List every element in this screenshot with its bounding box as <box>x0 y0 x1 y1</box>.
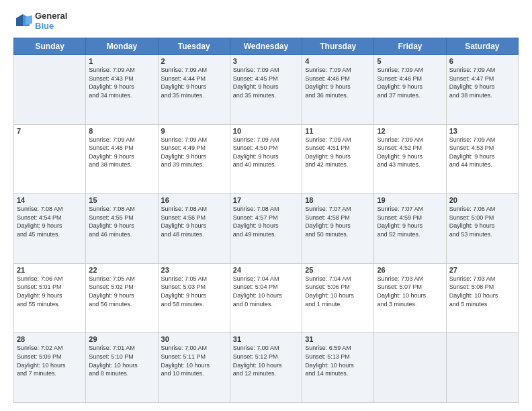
day-number: 13 <box>449 127 515 135</box>
day-info: Sunrise: 7:03 AM Sunset: 5:08 PM Dayligh… <box>449 275 515 308</box>
day-info: Sunrise: 7:08 AM Sunset: 4:57 PM Dayligh… <box>233 205 299 238</box>
weekday-header-sunday: Sunday <box>14 38 86 55</box>
day-number: 30 <box>161 335 227 343</box>
calendar-cell: 18Sunrise: 7:07 AM Sunset: 4:58 PM Dayli… <box>302 194 374 264</box>
day-info: Sunrise: 7:04 AM Sunset: 5:06 PM Dayligh… <box>305 275 371 308</box>
calendar-cell: 28Sunrise: 7:02 AM Sunset: 5:09 PM Dayli… <box>14 333 86 403</box>
day-info: Sunrise: 7:05 AM Sunset: 5:03 PM Dayligh… <box>161 275 227 308</box>
calendar-cell: 19Sunrise: 7:07 AM Sunset: 4:59 PM Dayli… <box>374 194 446 264</box>
calendar-cell <box>446 333 518 403</box>
day-info: Sunrise: 7:09 AM Sunset: 4:49 PM Dayligh… <box>161 136 227 169</box>
calendar-week-row: 1Sunrise: 7:09 AM Sunset: 4:43 PM Daylig… <box>14 55 519 125</box>
calendar-cell: 5Sunrise: 7:09 AM Sunset: 4:46 PM Daylig… <box>374 55 446 125</box>
day-number: 24 <box>233 266 299 274</box>
calendar-cell: 21Sunrise: 7:06 AM Sunset: 5:01 PM Dayli… <box>14 263 86 333</box>
page: General Blue SundayMondayTuesdayWednesda… <box>0 0 532 411</box>
day-number: 12 <box>377 127 443 135</box>
calendar-cell: 4Sunrise: 7:09 AM Sunset: 4:46 PM Daylig… <box>302 55 374 125</box>
day-number: 3 <box>233 57 299 65</box>
day-number: 25 <box>305 266 371 274</box>
calendar-cell: 13Sunrise: 7:09 AM Sunset: 4:53 PM Dayli… <box>446 124 518 194</box>
calendar-cell: 23Sunrise: 7:05 AM Sunset: 5:03 PM Dayli… <box>158 263 230 333</box>
calendar-cell <box>14 55 86 125</box>
calendar-week-row: 21Sunrise: 7:06 AM Sunset: 5:01 PM Dayli… <box>14 263 519 333</box>
day-number: 7 <box>17 127 83 135</box>
day-info: Sunrise: 7:09 AM Sunset: 4:48 PM Dayligh… <box>89 136 154 169</box>
logo-text: General Blue <box>35 11 67 31</box>
calendar-cell: 25Sunrise: 7:04 AM Sunset: 5:06 PM Dayli… <box>302 263 374 333</box>
day-number: 6 <box>449 57 515 65</box>
weekday-header-row: SundayMondayTuesdayWednesdayThursdayFrid… <box>14 38 519 55</box>
day-info: Sunrise: 7:09 AM Sunset: 4:43 PM Dayligh… <box>89 66 154 99</box>
day-number: 1 <box>89 57 154 65</box>
calendar-cell: 9Sunrise: 7:09 AM Sunset: 4:49 PM Daylig… <box>158 124 230 194</box>
weekday-header-tuesday: Tuesday <box>158 38 230 55</box>
day-info: Sunrise: 7:02 AM Sunset: 5:09 PM Dayligh… <box>17 344 83 377</box>
day-info: Sunrise: 7:09 AM Sunset: 4:46 PM Dayligh… <box>377 66 443 99</box>
calendar-cell: 16Sunrise: 7:08 AM Sunset: 4:56 PM Dayli… <box>158 194 230 264</box>
svg-marker-3 <box>26 15 32 25</box>
day-info: Sunrise: 7:08 AM Sunset: 4:56 PM Dayligh… <box>161 205 227 238</box>
day-number: 14 <box>17 196 83 204</box>
day-info: Sunrise: 7:09 AM Sunset: 4:53 PM Dayligh… <box>449 136 515 169</box>
weekday-header-wednesday: Wednesday <box>230 38 302 55</box>
header: General Blue <box>13 11 519 31</box>
day-info: Sunrise: 7:07 AM Sunset: 4:59 PM Dayligh… <box>377 205 443 238</box>
day-number: 11 <box>305 127 371 135</box>
calendar-cell: 3Sunrise: 7:09 AM Sunset: 4:45 PM Daylig… <box>230 55 302 125</box>
day-number: 9 <box>161 127 227 135</box>
calendar-table: SundayMondayTuesdayWednesdayThursdayFrid… <box>13 38 519 403</box>
calendar-cell: 10Sunrise: 7:09 AM Sunset: 4:50 PM Dayli… <box>230 124 302 194</box>
day-info: Sunrise: 7:09 AM Sunset: 4:47 PM Dayligh… <box>449 66 515 99</box>
day-info: Sunrise: 7:08 AM Sunset: 4:54 PM Dayligh… <box>17 205 83 238</box>
day-info: Sunrise: 7:00 AM Sunset: 5:12 PM Dayligh… <box>233 344 299 377</box>
day-number: 18 <box>305 196 371 204</box>
calendar-cell: 31Sunrise: 7:00 AM Sunset: 5:12 PM Dayli… <box>230 333 302 403</box>
calendar-cell: 24Sunrise: 7:04 AM Sunset: 5:04 PM Dayli… <box>230 263 302 333</box>
day-info: Sunrise: 7:09 AM Sunset: 4:46 PM Dayligh… <box>305 66 371 99</box>
day-number: 5 <box>377 57 443 65</box>
day-number: 27 <box>449 266 515 274</box>
day-info: Sunrise: 6:59 AM Sunset: 5:13 PM Dayligh… <box>305 344 371 377</box>
calendar-cell: 11Sunrise: 7:09 AM Sunset: 4:51 PM Dayli… <box>302 124 374 194</box>
day-info: Sunrise: 7:00 AM Sunset: 5:11 PM Dayligh… <box>161 344 227 377</box>
calendar-cell: 8Sunrise: 7:09 AM Sunset: 4:48 PM Daylig… <box>86 124 158 194</box>
calendar-cell: 20Sunrise: 7:06 AM Sunset: 5:00 PM Dayli… <box>446 194 518 264</box>
calendar-cell: 22Sunrise: 7:05 AM Sunset: 5:02 PM Dayli… <box>86 263 158 333</box>
calendar-cell <box>374 333 446 403</box>
day-number: 19 <box>377 196 443 204</box>
day-info: Sunrise: 7:09 AM Sunset: 4:44 PM Dayligh… <box>161 66 227 99</box>
day-number: 23 <box>161 266 227 274</box>
day-number: 28 <box>17 335 83 343</box>
day-info: Sunrise: 7:07 AM Sunset: 4:58 PM Dayligh… <box>305 205 371 238</box>
calendar-week-row: 78Sunrise: 7:09 AM Sunset: 4:48 PM Dayli… <box>14 124 519 194</box>
day-number: 29 <box>89 335 154 343</box>
calendar-cell: 26Sunrise: 7:03 AM Sunset: 5:07 PM Dayli… <box>374 263 446 333</box>
day-number: 4 <box>305 57 371 65</box>
calendar-cell: 30Sunrise: 7:00 AM Sunset: 5:11 PM Dayli… <box>158 333 230 403</box>
calendar-week-row: 14Sunrise: 7:08 AM Sunset: 4:54 PM Dayli… <box>14 194 519 264</box>
day-number: 17 <box>233 196 299 204</box>
logo-icon <box>13 11 32 30</box>
calendar-cell: 29Sunrise: 7:01 AM Sunset: 5:10 PM Dayli… <box>86 333 158 403</box>
day-number: 26 <box>377 266 443 274</box>
day-number: 15 <box>89 196 154 204</box>
calendar-week-row: 28Sunrise: 7:02 AM Sunset: 5:09 PM Dayli… <box>14 333 519 403</box>
day-info: Sunrise: 7:01 AM Sunset: 5:10 PM Dayligh… <box>89 344 154 377</box>
calendar-cell: 14Sunrise: 7:08 AM Sunset: 4:54 PM Dayli… <box>14 194 86 264</box>
weekday-header-friday: Friday <box>374 38 446 55</box>
calendar-cell: 15Sunrise: 7:08 AM Sunset: 4:55 PM Dayli… <box>86 194 158 264</box>
day-number: 31 <box>305 335 371 343</box>
calendar-cell: 31Sunrise: 6:59 AM Sunset: 5:13 PM Dayli… <box>302 333 374 403</box>
day-info: Sunrise: 7:09 AM Sunset: 4:52 PM Dayligh… <box>377 136 443 169</box>
day-info: Sunrise: 7:05 AM Sunset: 5:02 PM Dayligh… <box>89 275 154 308</box>
weekday-header-saturday: Saturday <box>446 38 518 55</box>
day-info: Sunrise: 7:04 AM Sunset: 5:04 PM Dayligh… <box>233 275 299 308</box>
logo: General Blue <box>13 11 67 31</box>
calendar-cell: 17Sunrise: 7:08 AM Sunset: 4:57 PM Dayli… <box>230 194 302 264</box>
day-number: 10 <box>233 127 299 135</box>
calendar-cell: 1Sunrise: 7:09 AM Sunset: 4:43 PM Daylig… <box>86 55 158 125</box>
day-info: Sunrise: 7:08 AM Sunset: 4:55 PM Dayligh… <box>89 205 154 238</box>
calendar-cell: 2Sunrise: 7:09 AM Sunset: 4:44 PM Daylig… <box>158 55 230 125</box>
day-number: 8 <box>89 127 154 135</box>
